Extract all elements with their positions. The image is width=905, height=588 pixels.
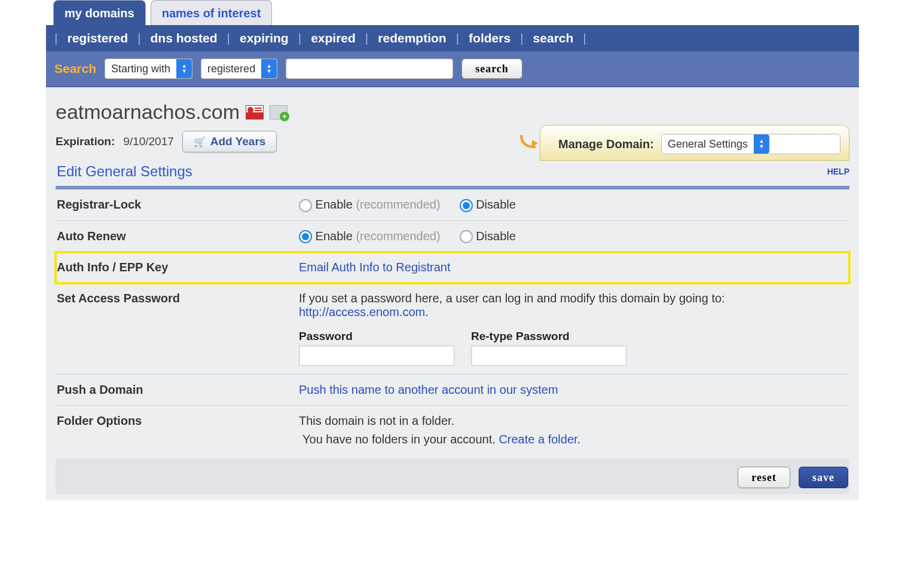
domain-name: eatmoarnachos.com <box>56 100 240 124</box>
chevron-updown-icon: ▲▼ <box>261 59 277 78</box>
create-folder-link[interactable]: Create a folder <box>499 433 577 446</box>
help-link[interactable]: HELP <box>827 167 849 176</box>
add-card-icon[interactable] <box>270 105 288 120</box>
auto-renew-enable-radio[interactable] <box>299 230 312 243</box>
expiration-date: 9/10/2017 <box>123 135 174 148</box>
search-label: Search <box>54 62 96 76</box>
chevron-updown-icon: ▲▼ <box>176 59 192 78</box>
search-mode-select[interactable]: Starting with ▲▼ <box>105 59 192 79</box>
id-card-icon[interactable] <box>246 105 264 120</box>
search-scope-select[interactable]: registered ▲▼ <box>201 59 277 79</box>
access-url-link[interactable]: http://access.enom.com <box>299 305 425 318</box>
push-domain-label: Push a Domain <box>57 383 293 397</box>
nav-search[interactable]: search <box>533 31 574 45</box>
nav-redemption[interactable]: redemption <box>378 31 446 45</box>
access-password-label: Set Access Password <box>57 292 293 305</box>
access-password-desc: If you set a password here, a user can l… <box>299 292 725 305</box>
cart-icon <box>194 135 206 148</box>
row-registrar-lock: Registrar-Lock Enable (recommended) Disa… <box>56 189 849 221</box>
row-auto-renew: Auto Renew Enable (recommended) Disable <box>56 221 849 253</box>
push-domain-link[interactable]: Push this name to another account in our… <box>299 383 558 396</box>
domain-title: eatmoarnachos.com <box>56 100 849 124</box>
row-access-password: Set Access Password If you set a passwor… <box>56 283 849 375</box>
password-label: Password <box>299 330 454 343</box>
nav-dns-hosted[interactable]: dns hosted <box>150 31 217 45</box>
auth-info-label: Auth Info / EPP Key <box>57 261 293 274</box>
nav-expired[interactable]: expired <box>311 31 356 45</box>
manage-domain-label: Manage Domain: <box>558 137 654 151</box>
nav-expiring[interactable]: expiring <box>240 31 289 45</box>
arrow-curve-icon <box>520 134 539 149</box>
retype-password-label: Re-type Password <box>471 330 626 343</box>
search-bar: Search Starting with ▲▼ registered ▲▼ se… <box>46 51 859 87</box>
nav-folders[interactable]: folders <box>469 31 510 45</box>
row-push-domain: Push a Domain Push this name to another … <box>56 375 849 406</box>
email-auth-info-link[interactable]: Email Auth Info to Registrant <box>299 261 450 274</box>
nav-registered[interactable]: registered <box>67 31 128 45</box>
footer-actions: reset save <box>56 458 849 494</box>
search-button[interactable]: search <box>461 59 522 79</box>
folder-status-text: This domain is not in a folder. <box>299 414 849 428</box>
password-input[interactable] <box>299 345 454 366</box>
auto-renew-disable-radio[interactable] <box>460 230 473 243</box>
retype-password-input[interactable] <box>471 345 626 366</box>
folder-empty-text: You have no folders in your account. <box>302 433 499 446</box>
search-input[interactable] <box>286 59 453 79</box>
top-tabs: my domains names of interest <box>46 0 859 25</box>
manage-domain-panel: Manage Domain: General Settings ▲▼ <box>540 125 849 161</box>
chevron-updown-icon: ▲▼ <box>754 134 769 154</box>
expiration-label: Expiration: <box>56 135 115 148</box>
folder-options-label: Folder Options <box>57 414 293 428</box>
row-auth-info: Auth Info / EPP Key Email Auth Info to R… <box>56 252 849 283</box>
registrar-lock-enable-radio[interactable] <box>299 199 312 212</box>
manage-domain-select[interactable]: General Settings ▲▼ <box>661 134 840 154</box>
add-years-button[interactable]: Add Years <box>182 131 277 152</box>
sub-nav: | registered | dns hosted | expiring | e… <box>46 25 859 51</box>
registrar-lock-label: Registrar-Lock <box>57 198 293 212</box>
save-button[interactable]: save <box>799 467 848 488</box>
auto-renew-label: Auto Renew <box>57 229 293 243</box>
row-folder-options: Folder Options This domain is not in a f… <box>56 406 849 455</box>
registrar-lock-disable-radio[interactable] <box>460 199 473 212</box>
section-title: Edit General Settings <box>57 163 192 180</box>
tab-names-of-interest[interactable]: names of interest <box>151 0 273 25</box>
reset-button[interactable]: reset <box>738 467 790 488</box>
tab-my-domains[interactable]: my domains <box>53 0 146 25</box>
